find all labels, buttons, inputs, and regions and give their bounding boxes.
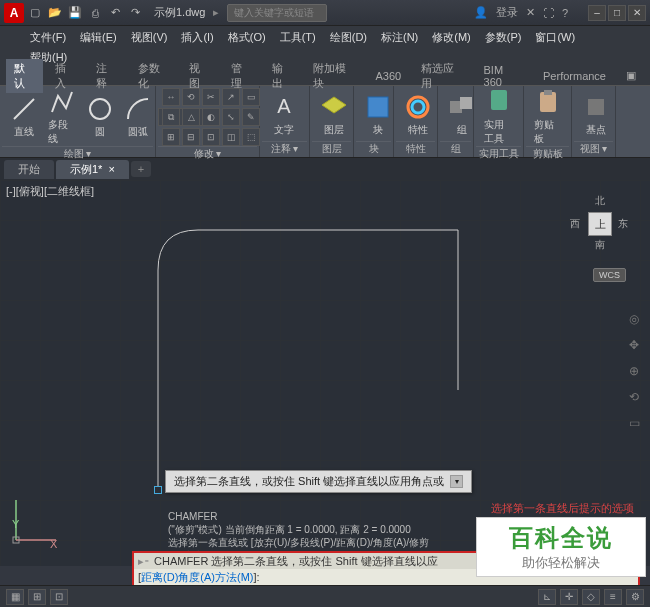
redo-icon[interactable]: ↷	[128, 6, 142, 20]
arc-button[interactable]: 圆弧	[120, 95, 156, 139]
cmd-opt-method[interactable]: 方法(M)	[215, 570, 254, 585]
panel-title-draw[interactable]: 绘图 ▾	[2, 146, 153, 160]
panel-title-group: 组	[440, 141, 471, 155]
props-button[interactable]: 特性	[400, 93, 436, 137]
maximize-button[interactable]: □	[608, 5, 626, 21]
line-button[interactable]: 直线	[6, 95, 42, 139]
panel-title-annot[interactable]: 注释 ▾	[262, 141, 307, 155]
panel-title-block: 块	[356, 141, 391, 155]
utils-label: 实用工具	[484, 118, 513, 146]
text-button[interactable]: A文字	[266, 93, 302, 137]
tab-expander-icon[interactable]: ▣	[618, 67, 644, 84]
nav-pan-icon[interactable]: ✥	[625, 336, 643, 354]
filetab-close-icon[interactable]: ×	[108, 163, 114, 175]
exchange-icon[interactable]: ✕	[526, 6, 535, 19]
menu-bar: 文件(F) 编辑(E) 视图(V) 插入(I) 格式(O) 工具(T) 绘图(D…	[0, 26, 650, 48]
utils-button[interactable]: 实用工具	[480, 88, 517, 146]
filetab-start[interactable]: 开始	[4, 160, 54, 179]
new-icon[interactable]: ▢	[28, 6, 42, 20]
viewport-label[interactable]: [-][俯视][二维线框]	[6, 184, 94, 199]
tab-performance[interactable]: Performance	[535, 68, 614, 84]
sb-ortho-icon[interactable]: ⊾	[538, 589, 556, 605]
saveas-icon[interactable]: ⎙	[88, 6, 102, 20]
menu-view[interactable]: 视图(V)	[131, 30, 168, 45]
sb-cog-icon[interactable]: ⚙	[626, 589, 644, 605]
polyline-button[interactable]: 多段线	[44, 88, 80, 146]
viewcube-east[interactable]: 东	[618, 217, 628, 231]
circle-button[interactable]: 圆	[82, 95, 118, 139]
wcs-label[interactable]: WCS	[593, 268, 626, 282]
menu-dim[interactable]: 标注(N)	[381, 30, 418, 45]
title-arrow-icon[interactable]: ▸	[213, 6, 219, 19]
menu-tools[interactable]: 工具(T)	[280, 30, 316, 45]
open-icon[interactable]: 📂	[48, 6, 62, 20]
clipboard-button[interactable]: 剪贴板	[530, 88, 566, 146]
sb-snap-icon[interactable]: ⊡	[50, 589, 68, 605]
viewcube[interactable]: 北 南 西 东 上	[568, 192, 630, 254]
nav-zoom-icon[interactable]: ⊕	[625, 362, 643, 380]
tooltip-text: 选择第二条直线，或按住 Shift 键选择直线以应用角点或	[174, 474, 444, 489]
clipboard-icon	[534, 88, 562, 116]
svg-rect-10	[544, 90, 552, 95]
cmd-opt-distance[interactable]: 距离(D)	[141, 570, 178, 585]
filetab-doc-label: 示例1*	[70, 162, 102, 177]
menu-insert[interactable]: 插入(I)	[181, 30, 213, 45]
doc-title: 示例1.dwg	[154, 5, 205, 20]
props-label: 特性	[408, 123, 428, 137]
drawing-canvas[interactable]: [-][俯视][二维线框] 选择第二条直线，或按住 Shift 键选择直线以应用…	[0, 180, 650, 566]
minimize-button[interactable]: –	[588, 5, 606, 21]
nav-showmotion-icon[interactable]: ▭	[625, 414, 643, 432]
menu-param[interactable]: 参数(P)	[485, 30, 522, 45]
menu-window[interactable]: 窗口(W)	[535, 30, 575, 45]
sb-grid-icon[interactable]: ⊞	[28, 589, 46, 605]
viewcube-north[interactable]: 北	[595, 194, 605, 208]
svg-rect-7	[460, 97, 472, 109]
signin-label[interactable]: 登录	[496, 5, 518, 20]
viewcube-top[interactable]: 上	[588, 212, 612, 236]
grip-handle[interactable]	[154, 486, 162, 494]
viewcube-south[interactable]: 南	[595, 238, 605, 252]
help-search-input[interactable]: 键入关键字或短语	[227, 4, 327, 22]
layers-button[interactable]: 图层	[316, 93, 352, 137]
modify-tools[interactable]: ↔⟲✂↗▭⧉△◐⤡✎⊞⊟⊡◫⬚	[162, 88, 260, 146]
tooltip-dropdown-icon[interactable]: ▾	[450, 475, 463, 488]
circle-label: 圆	[95, 125, 105, 139]
base-label: 基点	[586, 123, 606, 137]
nav-wheel-icon[interactable]: ◎	[625, 310, 643, 328]
circle-icon	[86, 95, 114, 123]
a360-icon[interactable]: ⛶	[543, 7, 554, 19]
command-tooltip: 选择第二条直线，或按住 Shift 键选择直线以应用角点或 ▾	[165, 470, 472, 493]
text-label: 文字	[274, 123, 294, 137]
sb-polar-icon[interactable]: ✛	[560, 589, 578, 605]
arc-icon	[124, 95, 152, 123]
filetab-new[interactable]: +	[131, 161, 151, 177]
menu-format[interactable]: 格式(O)	[228, 30, 266, 45]
cmd-opt-angle[interactable]: 角度(A)	[178, 570, 215, 585]
base-button[interactable]: 基点	[578, 93, 614, 137]
tab-a360[interactable]: A360	[367, 68, 409, 84]
nav-orbit-icon[interactable]: ⟲	[625, 388, 643, 406]
menu-modify[interactable]: 修改(M)	[432, 30, 471, 45]
menu-draw[interactable]: 绘图(D)	[330, 30, 367, 45]
menu-file[interactable]: 文件(F)	[30, 30, 66, 45]
panel-title-modify[interactable]: 修改 ▾	[158, 146, 257, 160]
watermark-subtitle: 助你轻松解决	[522, 554, 600, 572]
sb-lwt-icon[interactable]: ≡	[604, 589, 622, 605]
save-icon[interactable]: 💾	[68, 6, 82, 20]
ucs-indicator[interactable]: Y X	[10, 496, 60, 548]
sb-model-icon[interactable]: ▦	[6, 589, 24, 605]
group-icon	[448, 93, 476, 121]
signin-icon[interactable]: 👤	[474, 6, 488, 19]
cmdline-bracket-end: ]:	[254, 571, 260, 583]
panel-title-base[interactable]: 视图 ▾	[574, 141, 613, 155]
filetab-doc[interactable]: 示例1*×	[56, 160, 129, 179]
nav-bar: ◎ ✥ ⊕ ⟲ ▭	[624, 310, 644, 432]
menu-edit[interactable]: 编辑(E)	[80, 30, 117, 45]
close-button[interactable]: ✕	[628, 5, 646, 21]
block-button[interactable]: 块	[360, 93, 396, 137]
help-icon[interactable]: ?	[562, 7, 568, 19]
undo-icon[interactable]: ↶	[108, 6, 122, 20]
sb-osnap-icon[interactable]: ◇	[582, 589, 600, 605]
app-logo[interactable]: A	[4, 3, 24, 23]
viewcube-west[interactable]: 西	[570, 217, 580, 231]
